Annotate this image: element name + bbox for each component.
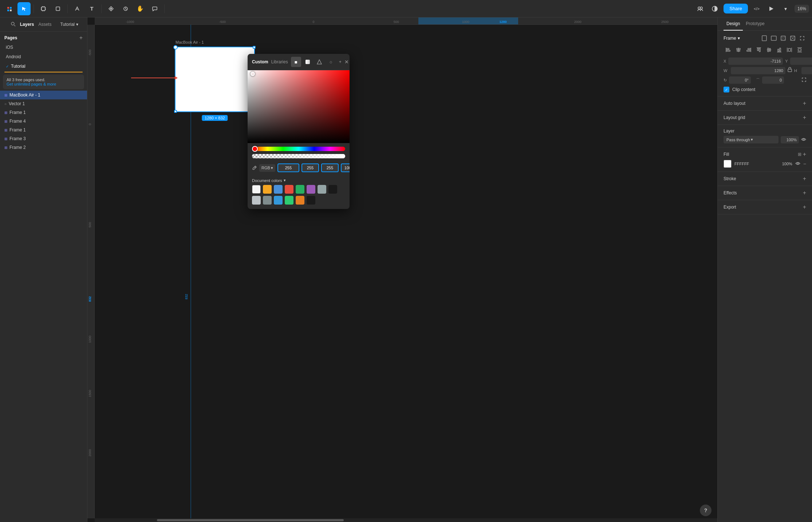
eyedropper-btn[interactable] — [252, 163, 257, 173]
code-btn[interactable]: </> — [751, 3, 762, 15]
layer-frame4[interactable]: ⊞ Frame 4 — [0, 117, 87, 126]
align-left-btn[interactable] — [724, 45, 733, 55]
select-tool[interactable] — [17, 2, 31, 15]
page-android[interactable]: Android — [1, 52, 86, 62]
frame-landscape-icon[interactable] — [770, 34, 778, 42]
component-tool[interactable] — [105, 2, 118, 15]
design-tab[interactable]: Design — [724, 17, 743, 31]
swatch-7[interactable] — [328, 185, 337, 194]
swatch-3[interactable] — [285, 185, 293, 194]
theme-btn[interactable] — [709, 3, 721, 15]
b-input[interactable] — [321, 163, 339, 172]
align-top-btn[interactable] — [754, 45, 764, 55]
swatch-2[interactable] — [274, 185, 283, 194]
layer-vector-1[interactable]: ○ Vector 1 — [0, 99, 87, 108]
present-dropdown[interactable]: ▾ — [780, 3, 792, 15]
radial-gradient-icon[interactable] — [314, 57, 324, 67]
h-scrollbar[interactable] — [95, 518, 717, 522]
layers-tab[interactable]: Layers — [20, 20, 34, 28]
resize-handle-bl[interactable] — [174, 110, 177, 113]
r-input[interactable] — [277, 163, 299, 172]
picker-tab-custom[interactable]: Custom — [252, 58, 268, 66]
align-center-h-btn[interactable] — [734, 45, 743, 55]
page-ios[interactable]: iOS — [1, 43, 86, 52]
layer-frame3[interactable]: ⊞ Frame 3 — [0, 134, 87, 143]
y-input[interactable] — [790, 58, 812, 65]
opacity-input[interactable] — [781, 136, 799, 143]
hue-slider[interactable] — [252, 147, 345, 151]
w-input[interactable] — [731, 67, 785, 74]
align-bottom-btn[interactable] — [774, 45, 784, 55]
distribute-v-btn[interactable] — [795, 45, 804, 55]
fill-color-swatch[interactable] — [724, 160, 732, 168]
picker-close-btn[interactable]: ✕ — [344, 59, 349, 65]
picker-add-btn[interactable]: + — [339, 59, 342, 64]
assets-tab[interactable]: Assets — [38, 20, 51, 28]
swatch-8[interactable] — [252, 196, 261, 205]
share-button[interactable]: Share — [724, 4, 748, 13]
zoom-label[interactable]: 16% — [795, 5, 809, 13]
swatch-0[interactable] — [252, 185, 261, 194]
page-tutorial[interactable]: ✓ Tutorial — [1, 62, 86, 71]
layout-grid-add-btn[interactable]: + — [803, 114, 806, 121]
fill-add-btn[interactable]: + — [803, 151, 806, 158]
frame-portrait-icon[interactable] — [760, 34, 768, 42]
swatch-12[interactable] — [296, 196, 304, 205]
h-input[interactable] — [801, 67, 812, 74]
frame-tool[interactable] — [37, 2, 50, 15]
search-icon[interactable] — [11, 21, 16, 28]
frame-expand-icon[interactable] — [798, 34, 806, 42]
doc-colors-header[interactable]: Document colors ▾ — [248, 176, 350, 185]
picker-tab-libraries[interactable]: Libraries — [271, 58, 288, 66]
stroke-add-btn[interactable]: + — [803, 175, 806, 182]
frame-title[interactable]: Frame ▾ — [724, 36, 740, 41]
shape-tool[interactable] — [51, 2, 64, 15]
lock-aspect-btn[interactable] — [788, 67, 792, 74]
swatch-13[interactable] — [307, 196, 315, 205]
pen-tool[interactable] — [71, 2, 84, 15]
tutorial-dropdown[interactable]: Tutorial ▾ — [56, 20, 83, 28]
add-page-button[interactable]: + — [79, 35, 83, 41]
swatch-4[interactable] — [296, 185, 304, 194]
text-tool[interactable]: T — [85, 2, 98, 15]
community-btn[interactable] — [694, 3, 706, 15]
comment-tool[interactable] — [148, 2, 161, 15]
hand-tool[interactable]: ✋ — [134, 2, 147, 15]
fill-visibility-btn[interactable] — [795, 161, 800, 166]
frame-fit-icon[interactable] — [779, 34, 787, 42]
linear-gradient-icon[interactable] — [303, 57, 313, 67]
auto-layout-add-btn[interactable]: + — [803, 100, 806, 107]
resize-handle-tr[interactable] — [253, 46, 256, 49]
align-right-btn[interactable] — [744, 45, 753, 55]
macbook-frame[interactable]: MacBook Air - 1 1280 × 832 — [175, 47, 255, 112]
expand-corners-btn[interactable] — [802, 78, 806, 83]
fill-remove-btn[interactable]: − — [803, 161, 806, 167]
distribute-h-btn[interactable] — [785, 45, 794, 55]
color-gradient-area[interactable] — [248, 70, 350, 143]
layer-frame2[interactable]: ⊞ Frame 2 — [0, 143, 87, 152]
alpha-input[interactable] — [341, 163, 350, 172]
h-scrollbar-thumb[interactable] — [157, 519, 344, 521]
swatch-5[interactable] — [307, 185, 315, 194]
swatch-1[interactable] — [263, 185, 272, 194]
help-button[interactable]: ? — [700, 505, 712, 516]
alpha-slider[interactable] — [252, 154, 345, 158]
frame-fill-icon[interactable] — [789, 34, 797, 42]
export-add-btn[interactable]: + — [803, 204, 806, 210]
swatch-6[interactable] — [318, 185, 326, 194]
canvas-area[interactable]: -1000 -500 0 500 1000 1280 2000 2500 -50… — [87, 17, 717, 522]
resources-tool[interactable] — [119, 2, 132, 15]
blend-mode-select[interactable]: Pass through ▾ — [724, 136, 779, 143]
clip-content-checkbox[interactable]: ✓ — [724, 87, 729, 92]
opacity-icon[interactable]: ○ — [326, 57, 336, 67]
x-input[interactable] — [728, 58, 783, 65]
upgrade-link[interactable]: Get unlimited pages & more — [7, 82, 80, 86]
present-btn[interactable] — [765, 3, 777, 15]
rotation-input[interactable] — [729, 76, 751, 84]
effects-add-btn[interactable]: + — [803, 190, 806, 196]
layer-frame1-a[interactable]: ⊞ Frame 1 — [0, 108, 87, 117]
align-middle-btn[interactable] — [764, 45, 774, 55]
color-mode-select[interactable]: RGB▾ — [259, 164, 275, 172]
corner-input[interactable] — [762, 76, 784, 84]
layer-frame1-b[interactable]: ⊞ Frame 1 — [0, 126, 87, 134]
